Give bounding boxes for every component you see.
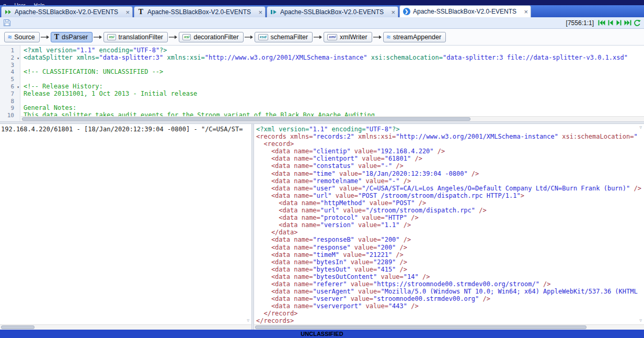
save-button[interactable]: [3, 19, 11, 27]
code-line[interactable]: <record>: [256, 140, 644, 148]
code-line[interactable]: </data>: [256, 229, 644, 236]
code-line[interactable]: <data name="userAgent" value="Mozilla/5.…: [256, 288, 644, 295]
pipeline-element-dsParser[interactable]: TdsParser: [51, 32, 93, 42]
input-hscrollbar[interactable]: [0, 324, 251, 330]
fold-arrow-icon[interactable]: ▾: [17, 55, 19, 62]
tab-label: Apache-SSLBlackBox-V2.0-EVENTS: [413, 8, 521, 15]
code-line[interactable]: <!-- CLASSIFICATION: UNCLASSIFIED -->: [24, 69, 644, 76]
xslt-icon: [270, 8, 278, 16]
code-line[interactable]: <data name="time" value="18/Jan/2020:12:…: [256, 170, 644, 177]
pipeline-link-arrow: [41, 35, 50, 40]
step-backward-button[interactable]: [607, 20, 614, 26]
code-line[interactable]: <data name="url" value="POST /stroom/str…: [256, 192, 644, 199]
pipeline-element-streamAppender[interactable]: ≈streamAppender: [383, 32, 446, 42]
code-line[interactable]: <!-- Release History:: [24, 83, 644, 91]
pipeline-element-label: decorationFilter: [193, 33, 238, 41]
tab-4[interactable]: ❯Apache-SSLBlackBox-V2.0-EVENTS×: [399, 5, 531, 17]
code-line[interactable]: <?xml version="1.1" encoding="UTF-8"?>: [24, 47, 644, 54]
step-first-button[interactable]: [598, 20, 605, 26]
pipeline-link-arrow: [169, 35, 178, 40]
pipeline-element-schemaFilter[interactable]: xsdschemaFilter: [255, 32, 313, 42]
scroll-marker-icon: ▽: [639, 126, 642, 130]
pipeline-element-decorationFilter[interactable]: xsldecorationFilter: [179, 32, 244, 42]
code-line[interactable]: </record>: [256, 310, 644, 317]
input-hscrollbar-thumb[interactable]: [1, 325, 34, 329]
code-line[interactable]: <data name="clientport" value="61801" />: [256, 155, 644, 162]
code-line[interactable]: <data name="clientip" value="192.168.4.2…: [256, 148, 644, 155]
code-line[interactable]: <data name="version" value="1.1" />: [256, 221, 644, 229]
code-line[interactable]: <?xml version="1.1" encoding="UTF-8"?>: [256, 126, 644, 133]
code-line[interactable]: <data name="protocol" value="HTTP" />: [256, 214, 644, 221]
pipeline-element-Source[interactable]: ≈Source: [4, 32, 40, 42]
code-line[interactable]: </records>: [256, 317, 644, 324]
code-line[interactable]: <data name="bytesOutContent" value="14" …: [256, 273, 644, 280]
code-line[interactable]: <data name="response" value="200" />: [256, 244, 644, 251]
line-number: 2▾: [0, 54, 20, 62]
output-hscrollbar-thumb[interactable]: [255, 325, 586, 329]
pipeline-element-label: xmlWriter: [340, 33, 367, 41]
code-line[interactable]: General Notes:: [24, 105, 644, 112]
code-line[interactable]: <data name="bytesIn" value="2289" />: [256, 258, 644, 266]
code-line[interactable]: <records xmlns="records:2" xmlns:xsi="ht…: [256, 133, 644, 140]
step-last-button[interactable]: [624, 20, 631, 26]
code-line[interactable]: [24, 62, 644, 69]
output-data[interactable]: <?xml version="1.1" encoding="UTF-8"?><r…: [254, 124, 644, 325]
xsd-icon: xsd: [258, 34, 268, 40]
code-line[interactable]: <data name="httpMethod" value="POST" />: [256, 199, 644, 207]
xsl-icon: xsl: [107, 34, 116, 40]
input-data[interactable]: 192.168.4.220/61801 - [18/Jan/2020:12:39…: [0, 124, 251, 133]
pipeline-element-label: schemaFilter: [271, 33, 308, 41]
close-icon[interactable]: ×: [125, 9, 130, 16]
pipeline-element-translationFilter[interactable]: xsltranslationFilter: [104, 32, 168, 42]
tab-2[interactable]: TApache-SSLBlackBox-V2.0-EVENTS×: [134, 6, 266, 17]
stepping-controls-group: [7556:1:1]: [566, 19, 641, 27]
tab-label: Apache-SSLBlackBox-V2.0-EVENTS: [147, 8, 256, 16]
fold-arrow-icon[interactable]: ▾: [17, 84, 19, 91]
code-line[interactable]: <data name="vserver" value="stroomnode00…: [256, 295, 644, 302]
close-icon[interactable]: ×: [391, 9, 395, 16]
pipeline-element-xmlWriter[interactable]: xmlxmlWriter: [324, 32, 372, 42]
code-line[interactable]: [24, 98, 644, 105]
tab-3[interactable]: Apache-SSLBlackBox-V2.0-EVENTS×: [267, 6, 398, 17]
refresh-button[interactable]: [634, 19, 641, 27]
code-line[interactable]: <data name="timeM" value="21221" />: [256, 251, 644, 258]
code-line[interactable]: <data name="constatus" value="-" />: [256, 162, 644, 170]
editor-hscrollbar[interactable]: [21, 116, 644, 121]
editor-hscrollbar-thumb[interactable]: [22, 117, 470, 121]
text-converter-icon: T: [137, 8, 145, 16]
classification-text: UNCLASSIFIED: [301, 331, 343, 337]
close-icon[interactable]: ×: [258, 9, 262, 16]
tab-1[interactable]: Apache-SSLBlackBox-V2.0-EVENTS×: [1, 6, 133, 17]
code-line[interactable]: Release 20131001, 1 Oct 2013 - Initial r…: [24, 91, 644, 98]
text-converter-editor[interactable]: 12▾3456▾78910 <?xml version="1.1" encodi…: [0, 46, 644, 121]
output-hscrollbar[interactable]: [254, 324, 644, 330]
classification-banner: UNCLASSIFIED: [0, 330, 644, 338]
close-icon[interactable]: ×: [524, 8, 528, 15]
pipeline-icon: [4, 8, 12, 16]
input-pane[interactable]: 192.168.4.220/61801 - [18/Jan/2020:12:39…: [0, 124, 251, 330]
code-line[interactable]: [24, 76, 644, 83]
stroom-app-window: gUserHelp Apache-SSLBlackBox-V2.0-EVENTS…: [0, 0, 644, 338]
pipeline-structure: ≈SourceTdsParserxsltranslationFilterxsld…: [0, 29, 644, 46]
resize-grip-icon[interactable]: ▽: [639, 319, 642, 323]
step-forward-button[interactable]: [616, 20, 622, 26]
pipeline-element-label: translationFilter: [119, 33, 163, 41]
code-line[interactable]: <data name="user" value="/C=USA/ST=CA/L=…: [256, 185, 644, 192]
code-line[interactable]: <data name="url" value="/stroom/stroom/d…: [256, 207, 644, 214]
code-line[interactable]: <data name="responseB" value="200" />: [256, 236, 644, 243]
step-location-label: [7556:1:1]: [566, 19, 594, 27]
resize-grip-icon[interactable]: ▽: [247, 319, 249, 323]
code-line[interactable]: <data name="referer" value="https://stro…: [256, 280, 644, 288]
pipeline-element-label: dsParser: [62, 33, 88, 41]
line-number: 4: [0, 69, 20, 76]
line-number: 1: [0, 47, 20, 54]
code-line[interactable]: <data name="remotelname" value="-" />: [256, 177, 644, 185]
editor-code[interactable]: <?xml version="1.1" encoding="UTF-8"?><d…: [21, 46, 644, 121]
code-line[interactable]: <data name="bytesOut" value="415" />: [256, 266, 644, 273]
menu-bar: gUserHelp: [0, 0, 644, 5]
output-pane[interactable]: <?xml version="1.1" encoding="UTF-8"?><r…: [254, 124, 644, 330]
code-line[interactable]: <dataSplitter xmlns="data-splitter:3" xm…: [24, 54, 644, 62]
code-line[interactable]: <data name="vserverport" value="443" />: [256, 302, 644, 310]
line-number: 9: [0, 105, 20, 112]
editor-gutter: 12▾3456▾78910: [0, 46, 20, 121]
